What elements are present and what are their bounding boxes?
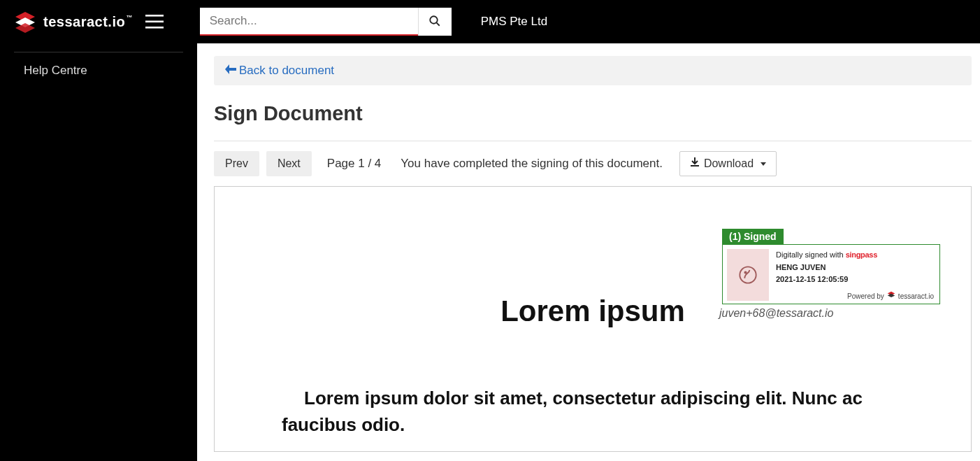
back-bar: Back to document <box>214 56 972 85</box>
signature-email: juven+68@tessaract.io <box>719 307 940 320</box>
sidebar-item-label: Help Centre <box>24 64 87 77</box>
svg-point-6 <box>430 16 438 24</box>
svg-marker-12 <box>888 294 895 297</box>
search-icon <box>428 15 441 29</box>
download-label: Download <box>704 157 754 170</box>
toolbar: Prev Next Page 1 / 4 You have completed … <box>214 151 972 176</box>
org-name[interactable]: PMS Pte Ltd <box>481 15 547 29</box>
search-input[interactable] <box>200 8 418 36</box>
chevron-down-icon <box>761 162 766 166</box>
signature-timestamp: 2021-12-15 12:05:59 <box>776 274 934 286</box>
brand-mark-icon <box>14 10 36 33</box>
svg-rect-4 <box>145 21 164 23</box>
document-canvas: (1) Signed Digitally signed with singpas… <box>214 186 972 452</box>
sidebar-item-help-centre[interactable]: Help Centre <box>0 52 197 89</box>
search-wrap <box>200 8 452 36</box>
next-button[interactable]: Next <box>266 151 312 176</box>
svg-line-7 <box>437 22 440 25</box>
signature-powered-by: Powered by tessaract.io <box>847 291 934 301</box>
signature-seal-icon <box>727 249 769 301</box>
back-link-label: Back to document <box>239 64 334 78</box>
search-button[interactable] <box>418 8 452 36</box>
sidebar: Help Centre <box>0 43 197 461</box>
svg-point-9 <box>740 267 756 283</box>
signature-provider-line: Digitally signed with singpass <box>776 249 934 262</box>
signature-signer-name: HENG JUVEN <box>776 262 934 274</box>
hamburger-menu-icon[interactable] <box>145 15 164 29</box>
app-header: tessaract.io™ PMS Pte Ltd <box>0 0 980 43</box>
svg-marker-2 <box>15 23 35 33</box>
brand-name: tessaract.io™ <box>43 14 133 30</box>
signature-widget: (1) Signed Digitally signed with singpas… <box>722 229 940 320</box>
back-to-document-link[interactable]: Back to document <box>225 64 334 78</box>
page-title: Sign Document <box>214 102 972 125</box>
arrow-left-icon <box>225 64 239 78</box>
tessaract-mini-icon <box>887 291 895 301</box>
svg-rect-8 <box>691 165 699 166</box>
signing-status: You have completed the signing of this d… <box>401 157 663 171</box>
download-button[interactable]: Download <box>679 151 777 176</box>
main-content: Back to document Sign Document Prev Next… <box>197 43 980 461</box>
download-icon <box>690 157 700 170</box>
document-body: Lorem ipsum dolor sit amet, consectetur … <box>282 385 904 438</box>
page-indicator: Page 1 / 4 <box>327 157 382 171</box>
svg-point-10 <box>744 271 746 273</box>
divider <box>214 141 972 141</box>
brand-logo[interactable]: tessaract.io™ <box>14 10 133 33</box>
svg-rect-5 <box>145 27 164 29</box>
prev-button[interactable]: Prev <box>214 151 259 176</box>
signature-status-badge: (1) Signed <box>722 229 784 244</box>
signature-box[interactable]: Digitally signed with singpass HENG JUVE… <box>722 244 940 304</box>
svg-rect-3 <box>145 15 164 17</box>
